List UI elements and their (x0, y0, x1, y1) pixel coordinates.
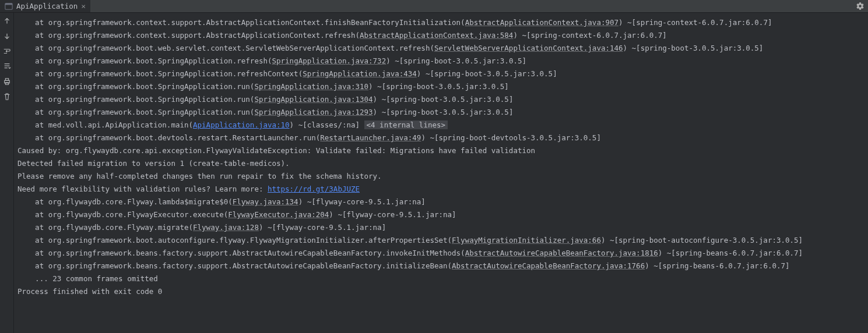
console-line: Caused by: org.flywaydb.core.api.excepti… (17, 144, 865, 157)
source-link[interactable]: Flyway.java:128 (193, 223, 259, 232)
source-link[interactable]: SpringApplication.java:434 (303, 69, 417, 78)
doc-link[interactable]: https://rd.gt/3AbJUZE (268, 185, 360, 193)
console-line: at org.springframework.boot.SpringApplic… (17, 93, 865, 106)
console-line: at org.springframework.boot.SpringApplic… (17, 80, 865, 93)
console-line: at org.flywaydb.core.Flyway.migrate(Flyw… (17, 221, 865, 234)
gear-icon[interactable] (856, 2, 865, 10)
console-line: ⊞ at med.voll.api.ApiApplication.main(Ap… (17, 119, 865, 132)
console-line: at org.springframework.beans.factory.sup… (17, 247, 865, 260)
console-line: at org.springframework.boot.devtools.res… (17, 132, 865, 144)
console-line: Process finished with exit code 0 (17, 285, 865, 298)
source-link[interactable]: AbstractApplicationContext.java:907 (465, 18, 619, 27)
console-line: at org.springframework.beans.factory.sup… (17, 260, 865, 272)
console-line: at org.flywaydb.core.Flyway.lambda$migra… (17, 196, 865, 208)
console-line: at org.flywaydb.core.FlywayExecutor.exec… (17, 208, 865, 221)
source-link[interactable]: SpringApplication.java:310 (254, 82, 368, 91)
tab-title: ApiApplication (16, 0, 78, 13)
console-line: at org.springframework.boot.SpringApplic… (17, 106, 865, 119)
console-line: at org.springframework.boot.SpringApplic… (17, 68, 865, 80)
source-link[interactable]: ApiApplication.java:10 (193, 121, 290, 129)
source-link[interactable]: Flyway.java:134 (233, 197, 298, 206)
arrow-down-icon[interactable] (2, 31, 12, 41)
svg-rect-4 (5, 83, 8, 85)
source-link[interactable]: FlywayMigrationInitializer.java:66 (452, 236, 601, 245)
trash-icon[interactable] (2, 92, 12, 101)
console-line: Need more flexibility with validation ru… (17, 183, 865, 196)
console-line: at org.springframework.boot.SpringApplic… (17, 55, 865, 68)
source-link[interactable]: AbstractApplicationContext.java:584 (360, 31, 513, 40)
tab-bar: ApiApplication × (0, 0, 868, 13)
run-tab[interactable]: ApiApplication × (0, 0, 90, 12)
source-link[interactable]: RestartLauncher.java:49 (320, 133, 421, 142)
scroll-to-end-icon[interactable] (2, 62, 12, 71)
console-output[interactable]: at org.springframework.context.support.A… (14, 13, 868, 333)
console-line: at org.springframework.boot.web.servlet.… (17, 42, 865, 55)
svg-rect-3 (5, 79, 8, 81)
console-line: Please remove any half-completed changes… (17, 170, 865, 183)
source-link[interactable]: AbstractAutowireCapableBeanFactory.java:… (465, 249, 658, 257)
main-area: at org.springframework.context.support.A… (0, 13, 868, 333)
soft-wrap-icon[interactable] (2, 47, 12, 56)
source-link[interactable]: SpringApplication.java:1293 (254, 108, 372, 116)
console-line: Detected failed migration to version 1 (… (17, 157, 865, 170)
collapsed-frames-badge[interactable]: <4 internal lines> (364, 121, 448, 129)
source-link[interactable]: FlywayExecutor.java:204 (228, 210, 329, 219)
run-config-icon (5, 2, 13, 10)
source-link[interactable]: AbstractAutowireCapableBeanFactory.java:… (452, 261, 645, 270)
gutter (0, 13, 14, 333)
source-link[interactable]: SpringApplication.java:1304 (254, 95, 372, 104)
source-link[interactable]: ServletWebServerApplicationContext.java:… (434, 44, 623, 52)
console-line: at org.springframework.boot.autoconfigur… (17, 234, 865, 247)
print-icon[interactable] (2, 77, 12, 86)
svg-rect-1 (5, 3, 12, 5)
console-line: at org.springframework.context.support.A… (17, 29, 865, 42)
source-link[interactable]: SpringApplication.java:732 (272, 56, 386, 65)
arrow-up-icon[interactable] (2, 16, 12, 26)
console-line: ... 23 common frames omitted (17, 272, 865, 285)
console-line: at org.springframework.context.support.A… (17, 16, 865, 29)
close-icon[interactable]: × (81, 0, 86, 13)
